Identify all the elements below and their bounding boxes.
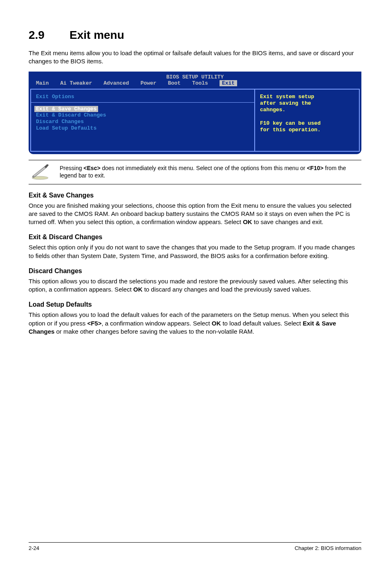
subheading-exit-save: Exit & Save Changes [29,192,361,199]
text-part: Select this option only if you do not wa… [29,244,355,259]
section-number: 2.9 [29,29,69,42]
bios-left-header: Exit Options [36,94,249,100]
bios-help-line [260,113,354,120]
text-part: to save changes and exit. [252,218,323,225]
bios-tab-power[interactable]: Power [141,80,163,86]
subheading-load-defaults: Load Setup Defaults [29,301,361,308]
subheading-discard: Discard Changes [29,267,361,275]
note-part: does not immediately exit this menu. Sel… [101,165,307,171]
text-bold: OK [212,320,221,327]
bios-item-load-defaults[interactable]: Load Setup Defaults [36,125,249,132]
note-key-esc: <Esc> [83,165,100,171]
bios-help-line: after saving the [260,100,354,107]
bios-help-line: cahnges. [260,107,354,113]
bios-tab-main[interactable]: Main [36,80,55,86]
bios-item-exit-discard[interactable]: Exit & Discard Changes [36,112,249,119]
bios-screenshot: BIOS SETUP UTILITY Main Ai Tweaker Advan… [29,72,361,154]
note-key-f10: <F10> [307,165,323,171]
text-bold: <F5> [87,320,101,327]
note-icon [31,164,49,180]
text-bold: OK [243,218,252,225]
section-name: Exit menu [69,29,124,41]
text-bold: OK [133,286,143,293]
bios-help-line: F10 key can be used [260,120,354,127]
subsection-body: This option allows you to load the defau… [29,311,361,336]
subsection-body: This option allows you to discard the se… [29,277,361,294]
bios-right-pane: Exit system setup after saving the cahng… [255,89,360,152]
bios-tab-ai-tweaker[interactable]: Ai Tweaker [60,80,99,86]
note-part: Pressing [60,165,83,171]
bios-tab-exit[interactable]: Exit [220,80,237,86]
bios-help-line: for this operation. [260,127,354,133]
text-part: to discard any changes and load the prev… [142,286,311,293]
bios-left-pane: Exit Options Exit & Save Changes Exit & … [30,89,255,152]
note-text: Pressing <Esc> does not immediately exit… [60,164,361,180]
section-intro: The Exit menu items allow you to load th… [29,49,361,66]
bios-item-discard[interactable]: Discard Changes [36,119,249,125]
subsection-body: Select this option only if you do not wa… [29,243,361,260]
bios-tab-advanced[interactable]: Advanced [103,80,135,86]
subsection-body: Once you are finished making your select… [29,202,361,227]
bios-help-line: Exit system setup [260,94,354,100]
text-part: , a confirmation window appears. Select [101,320,211,327]
bios-tab-boot[interactable]: Boot [168,80,187,86]
subheading-exit-discard: Exit & Discard Changes [29,233,361,241]
footer-page-number: 2-24 [29,545,39,551]
section-heading: 2.9Exit menu [29,29,361,42]
text-part: to load default values. Select [221,320,303,327]
bios-tab-tools[interactable]: Tools [192,80,215,86]
footer-chapter: Chapter 2: BIOS information [295,545,361,551]
note-box: Pressing <Esc> does not immediately exit… [29,160,361,184]
text-part: or make other changes before saving the … [54,328,254,335]
bios-title: BIOS SETUP UTILITY [29,72,361,80]
page-footer: 2-24 Chapter 2: BIOS information [29,542,361,551]
bios-tab-row: Main Ai Tweaker Advanced Power Boot Tool… [29,80,361,89]
bios-item-exit-save[interactable]: Exit & Save Changes [34,106,98,112]
